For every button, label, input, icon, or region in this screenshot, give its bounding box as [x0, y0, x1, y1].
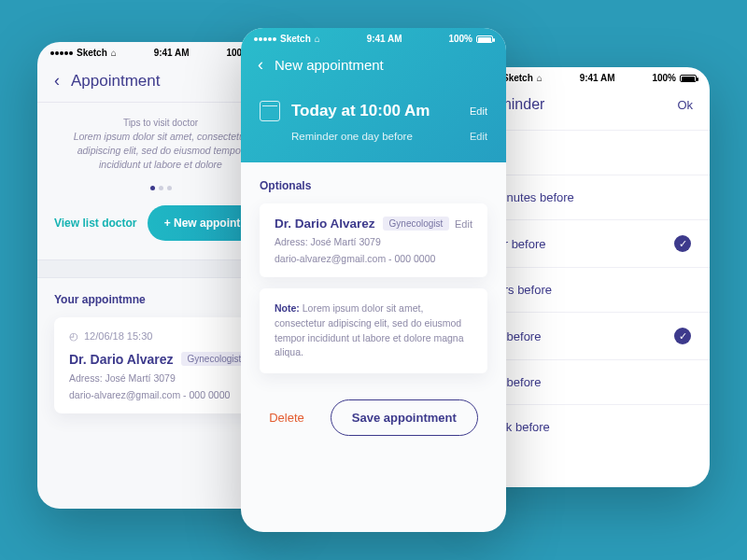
ok-button[interactable]: Ok: [677, 98, 693, 112]
clock-icon: ◴: [69, 330, 78, 343]
specialty-tag: Gynecologist: [181, 352, 248, 366]
note-label: Note:: [275, 302, 300, 314]
tips-heading: Tips to visit doctor: [60, 118, 261, 128]
wifi-icon: ⌂: [537, 73, 543, 83]
page-title: Appointment: [71, 72, 160, 91]
carrier-label: Sketch: [502, 73, 533, 83]
carrier-label: Sketch: [280, 34, 311, 44]
optionals-heading: Optionals: [260, 179, 487, 192]
edit-reminder-button[interactable]: Edit: [470, 131, 487, 142]
back-icon[interactable]: ‹: [258, 55, 263, 75]
battery-label: 100%: [652, 73, 676, 83]
wifi-icon: ⌂: [111, 48, 117, 58]
status-time: 9:41 AM: [154, 48, 190, 58]
battery-label: 100%: [448, 34, 472, 44]
status-time: 9:41 AM: [580, 73, 615, 83]
doctor-address: Adress: José Martí 3079: [275, 236, 472, 247]
appointment-datetime: 12/06/18 15:30: [84, 330, 152, 342]
doctor-contact: dario-alvarez@gmail.com - 000 0000: [275, 253, 472, 264]
back-icon[interactable]: ‹: [54, 71, 60, 91]
wifi-icon: ⌂: [315, 34, 320, 44]
doctor-contact: dario-alvarez@gmail.com - 000 0000: [69, 389, 252, 400]
nav-bar: ‹ New appointment: [241, 46, 506, 80]
reminder-text: Reminder one day before: [291, 131, 413, 142]
calendar-icon: [260, 101, 280, 121]
page-title: New appointment: [275, 57, 384, 73]
note-card: Note: Lorem ipsum dolor sit amet, consec…: [260, 288, 487, 373]
doctor-address: Adress: José Martí 3079: [69, 372, 252, 384]
specialty-tag: Gynecologist: [383, 217, 450, 231]
save-appointment-button[interactable]: Save appointment: [331, 399, 478, 436]
appointment-datetime: Today at 10:00 Am: [291, 102, 430, 120]
doctor-name: Dr. Dario Alvarez: [69, 352, 174, 367]
carrier-label: Sketch: [77, 48, 107, 58]
check-icon: ✓: [674, 235, 691, 252]
signal-icon: [50, 51, 73, 55]
signal-icon: [254, 37, 276, 41]
view-list-doctor-link[interactable]: View list doctor: [54, 217, 136, 230]
edit-doctor-button[interactable]: Edit: [455, 218, 472, 230]
screen-new-appointment: Sketch ⌂ 9:41 AM 100% ‹ New appointment …: [241, 28, 506, 532]
edit-datetime-button[interactable]: Edit: [470, 105, 487, 117]
tips-body: Lorem ipsum dolor sit amet, consectetur …: [60, 130, 261, 173]
status-bar: Sketch ⌂ 9:41 AM 100%: [241, 28, 506, 46]
doctor-name: Dr. Dario Alvarez: [275, 217, 375, 231]
check-icon: ✓: [674, 328, 691, 344]
status-time: 9:41 AM: [367, 34, 402, 44]
battery-icon: [680, 75, 697, 82]
doctor-card: Dr. Dario Alvarez Gynecologist Edit Adre…: [260, 203, 487, 277]
appointment-card[interactable]: ◴ 12/06/18 15:30 Dr. Dario Alvarez Gynec…: [54, 317, 267, 413]
note-body: Lorem ipsum dolor sit amet, consectetur …: [275, 302, 464, 357]
battery-icon: [476, 35, 493, 43]
delete-button[interactable]: Delete: [269, 411, 304, 425]
